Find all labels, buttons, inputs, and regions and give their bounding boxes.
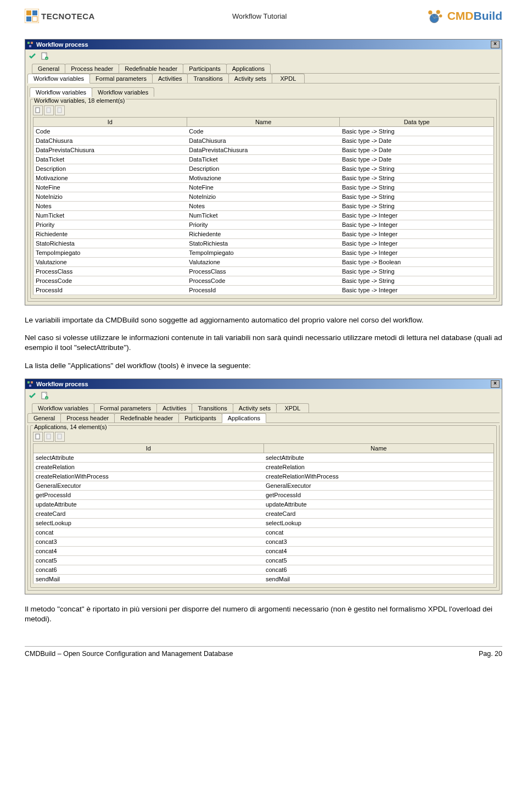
- tab-transitions[interactable]: Transitions: [192, 403, 233, 413]
- add-button[interactable]: [33, 105, 43, 115]
- new-doc-icon[interactable]: +: [40, 52, 49, 60]
- edit-button[interactable]: [44, 432, 54, 442]
- table-row[interactable]: NotesNotesBasic type -> String: [33, 202, 494, 211]
- delete-button[interactable]: [55, 105, 65, 115]
- table-row[interactable]: DescriptionDescriptionBasic type -> Stri…: [33, 164, 494, 174]
- svg-rect-3: [26, 16, 31, 21]
- table-row[interactable]: updateAttributeupdateAttribute: [33, 499, 494, 509]
- subtab-0[interactable]: Workflow variables: [30, 87, 92, 97]
- applications-table: IdNameselectAttributeselectAttributecrea…: [33, 443, 494, 584]
- svg-rect-13: [31, 42, 33, 44]
- tab-workflow-variables[interactable]: Workflow variables: [27, 74, 90, 84]
- column-header[interactable]: Id: [33, 118, 187, 127]
- tab-general[interactable]: General: [32, 64, 65, 73]
- svg-rect-28: [47, 434, 51, 439]
- table-row[interactable]: ProcessIdProcessIdBasic type -> Integer: [33, 286, 494, 295]
- tab-workflow-variables[interactable]: Workflow variables: [32, 403, 94, 413]
- tab-formal-parameters[interactable]: Formal parameters: [89, 74, 153, 83]
- table-row[interactable]: concat6concat6: [33, 565, 494, 574]
- check-icon[interactable]: [28, 52, 37, 60]
- tab-general[interactable]: General: [27, 413, 61, 422]
- table-row[interactable]: selectAttributeselectAttribute: [33, 453, 494, 462]
- svg-text:+: +: [46, 57, 48, 60]
- new-doc-icon[interactable]: +: [40, 391, 49, 400]
- subtab-1[interactable]: Workflow variables: [92, 87, 154, 97]
- table-row[interactable]: DataPrevistaChiusuraDataPrevistaChiusura…: [33, 146, 494, 155]
- doc-title: Workflow Tutorial: [232, 12, 287, 20]
- edit-button[interactable]: [44, 105, 54, 115]
- titlebar: Workflow process ×: [25, 379, 502, 389]
- table-row[interactable]: TempoImpiegatoTempoImpiegatoBasic type -…: [33, 248, 494, 258]
- table-row[interactable]: GeneralExecutorGeneralExecutor: [33, 481, 494, 490]
- table-row[interactable]: NoteFineNoteFineBasic type -> String: [33, 183, 494, 192]
- tab-process-header[interactable]: Process header: [65, 64, 119, 73]
- table-row[interactable]: ProcessClassProcessClassBasic type -> St…: [33, 267, 494, 276]
- footer-left: CMDBuild – Open Source Configuration and…: [25, 650, 233, 658]
- svg-rect-23: [29, 385, 31, 387]
- applications-window: Workflow process × + Workflow variablesF…: [25, 379, 502, 594]
- tab-redefinable-header[interactable]: Redefinable header: [119, 64, 183, 73]
- tab-activity-sets[interactable]: Activity sets: [228, 74, 272, 83]
- tecnoteca-logo: TECNOTECA: [25, 9, 95, 23]
- tab-activities[interactable]: Activities: [152, 74, 188, 83]
- table-row[interactable]: NumTicketNumTicketBasic type -> Integer: [33, 211, 494, 220]
- table-row[interactable]: createCardcreateCard: [33, 509, 494, 518]
- paragraph-4: Il metodo "concat" è riportato in più ve…: [25, 604, 502, 624]
- table-row[interactable]: createRelationWithProcesscreateRelationW…: [33, 471, 494, 481]
- add-button[interactable]: [33, 432, 43, 442]
- table-row[interactable]: DataTicketDataTicketBasic type -> Date: [33, 155, 494, 164]
- svg-rect-27: [36, 434, 40, 439]
- column-header[interactable]: Name: [264, 443, 494, 453]
- tab-participants[interactable]: Participants: [183, 64, 226, 73]
- table-row[interactable]: sendMailsendMail: [33, 574, 494, 583]
- paragraph-3: La lista delle "Applications" del workfl…: [25, 361, 502, 371]
- tab-process-header[interactable]: Process header: [60, 413, 115, 422]
- svg-rect-19: [47, 108, 51, 113]
- table-row[interactable]: CodeCodeBasic type -> String: [33, 127, 494, 136]
- svg-rect-20: [58, 108, 61, 113]
- check-icon[interactable]: [28, 391, 37, 400]
- svg-rect-2: [32, 10, 37, 15]
- toolbar: +: [25, 49, 502, 62]
- cmdbuild-text: CMDBuild: [447, 9, 502, 23]
- tab-xpdl[interactable]: XPDL: [272, 74, 305, 83]
- column-header[interactable]: Id: [33, 443, 264, 453]
- column-header[interactable]: Name: [187, 118, 340, 127]
- tab-applications[interactable]: Applications: [226, 64, 271, 73]
- table-row[interactable]: MotivazioneMotivazioneBasic type -> Stri…: [33, 174, 494, 183]
- table-row[interactable]: DataChiusuraDataChiusuraBasic type -> Da…: [33, 136, 494, 146]
- footer-right: Pag. 20: [479, 650, 502, 658]
- table-row[interactable]: concat5concat5: [33, 555, 494, 565]
- table-row[interactable]: concat4concat4: [33, 546, 494, 555]
- tab-activity-sets[interactable]: Activity sets: [233, 403, 277, 413]
- table-row[interactable]: getProcessIdgetProcessId: [33, 490, 494, 499]
- svg-rect-4: [32, 16, 37, 21]
- tab-xpdl[interactable]: XPDL: [276, 403, 309, 413]
- svg-rect-22: [31, 381, 33, 383]
- tab-activities[interactable]: Activities: [156, 403, 192, 413]
- table-row[interactable]: RichiedenteRichiedenteBasic type -> Inte…: [33, 230, 494, 239]
- table-row[interactable]: ValutazioneValutazioneBasic type -> Bool…: [33, 258, 494, 267]
- page-header: TECNOTECA Workflow Tutorial CMDBuild: [25, 8, 502, 24]
- table-row[interactable]: concat3concat3: [33, 537, 494, 546]
- close-icon[interactable]: ×: [491, 41, 500, 48]
- tab-formal-parameters[interactable]: Formal parameters: [94, 403, 157, 413]
- tab-applications[interactable]: Applications: [222, 413, 266, 423]
- titlebar: Workflow process ×: [25, 40, 502, 49]
- table-row[interactable]: createRelationcreateRelation: [33, 462, 494, 471]
- table-row[interactable]: PriorityPriorityBasic type -> Integer: [33, 220, 494, 230]
- tab-transitions[interactable]: Transitions: [187, 74, 228, 83]
- table-row[interactable]: StatoRichiestaStatoRichiestaBasic type -…: [33, 239, 494, 248]
- table-row[interactable]: concatconcat: [33, 527, 494, 537]
- table-row[interactable]: NoteInizioNoteInizioBasic type -> String: [33, 192, 494, 202]
- window-title: Workflow process: [36, 381, 88, 387]
- table-row[interactable]: ProcessCodeProcessCodeBasic type -> Stri…: [33, 276, 494, 286]
- cmdbuild-logo: CMDBuild: [424, 8, 502, 24]
- tab-redefinable-header[interactable]: Redefinable header: [114, 413, 179, 422]
- column-header[interactable]: Data type: [340, 118, 494, 127]
- close-icon[interactable]: ×: [491, 380, 500, 388]
- svg-point-8: [439, 14, 442, 17]
- tab-participants[interactable]: Participants: [178, 413, 222, 422]
- table-row[interactable]: selectLookupselectLookup: [33, 518, 494, 527]
- delete-button[interactable]: [55, 432, 65, 442]
